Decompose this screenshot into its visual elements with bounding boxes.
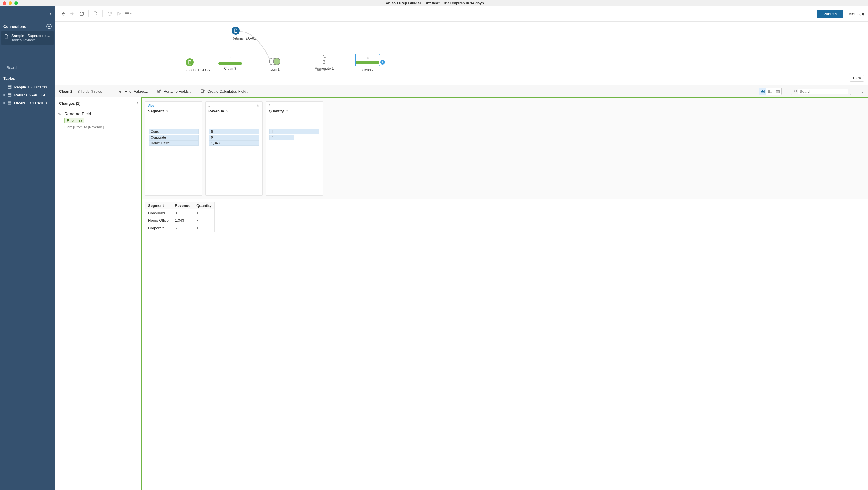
change-item[interactable]: ✎ Rename Field Revenue From [Profit] to …: [59, 111, 137, 129]
edit-icon: ✎: [58, 112, 61, 116]
svg-rect-1: [8, 86, 11, 88]
more-menu-icon[interactable]: ⌄: [861, 89, 864, 94]
profile-bin[interactable]: 5: [209, 129, 259, 134]
flow-node-label: Join 1: [269, 67, 281, 71]
profile-card[interactable]: #Quantity217: [266, 101, 323, 196]
connection-subtitle: Tableau extract: [11, 38, 51, 42]
step-search-input[interactable]: [798, 89, 848, 94]
profile-bin[interactable]: 1: [269, 129, 319, 134]
clean-step-selected: ✎: [355, 54, 380, 66]
tables-label: Tables: [0, 73, 55, 82]
cell: 1: [193, 224, 215, 232]
connection-item[interactable]: Sample - Superstore.... Tableau extract: [1, 31, 54, 45]
clean-step-icon: [218, 62, 242, 65]
flow-node-orders[interactable]: Orders_ECFCA...: [186, 58, 213, 72]
flow-node-clean2[interactable]: ✎ Clean 2 +: [355, 54, 380, 72]
field-name: Quantity: [269, 109, 284, 113]
collapse-changes-icon[interactable]: ‹: [137, 101, 138, 105]
distinct-count: 3: [226, 109, 228, 113]
change-tag: Revenue: [64, 118, 84, 123]
svg-rect-10: [763, 90, 764, 91]
table-icon: [7, 85, 12, 89]
svg-point-5: [94, 12, 96, 13]
close-window-icon[interactable]: [3, 1, 6, 5]
view-grid-icon[interactable]: [774, 88, 781, 95]
rename-fields-button[interactable]: Rename Fields...: [155, 88, 193, 95]
profile-card[interactable]: AbcSegment3ConsumerCorporateHome Office: [145, 101, 203, 196]
save-button[interactable]: [78, 10, 86, 18]
sidebar-search-input[interactable]: [5, 65, 55, 70]
flow-edge-curve: [239, 30, 273, 63]
toolbar: ▾ Publish Alerts (0): [55, 6, 868, 22]
publish-button[interactable]: Publish: [817, 10, 843, 18]
aggregate-icon: Aᵤ Σ: [315, 55, 334, 65]
table-row[interactable]: Home Office1,3437: [145, 217, 215, 224]
edit-field-icon[interactable]: ✎: [256, 104, 259, 108]
add-connection-icon[interactable]: [46, 24, 52, 29]
distinct-count: 3: [166, 109, 168, 113]
flow-canvas[interactable]: Returns_2AA0... Orders_ECFCA... ▿ Clean …: [55, 22, 868, 85]
add-step-icon[interactable]: +: [380, 60, 385, 65]
table-item[interactable]: Orders_ECFCA1FB69...: [2, 99, 53, 107]
data-grid: SegmentRevenueQuantityConsumer91Home Off…: [142, 199, 868, 235]
profile-bin[interactable]: 7: [269, 135, 294, 140]
rename-fields-label: Rename Fields...: [164, 89, 192, 94]
separator: [102, 10, 103, 18]
table-icon: [7, 93, 12, 97]
field-name: Segment: [148, 109, 164, 113]
profile-bin[interactable]: 1,343: [209, 140, 259, 146]
edit-icon: ✎: [367, 56, 369, 60]
create-calc-field-button[interactable]: Create Calculated Field...: [198, 88, 251, 95]
column-header[interactable]: Quantity: [193, 202, 215, 209]
datasource-icon: [186, 58, 194, 66]
alerts-button[interactable]: Alerts (0): [849, 12, 864, 16]
filter-values-button[interactable]: Filter Values...: [116, 88, 150, 95]
svg-rect-2: [8, 94, 11, 96]
minimize-window-icon[interactable]: [9, 1, 12, 5]
table-row[interactable]: Consumer91: [145, 209, 215, 217]
cell: Corporate: [145, 224, 172, 232]
profile-bin[interactable]: 9: [209, 135, 259, 140]
view-profile-icon[interactable]: [759, 88, 766, 95]
field-name: Revenue: [208, 109, 224, 113]
svg-rect-12: [768, 90, 772, 93]
window-title: Tableau Prep Builder - Untitled* - Trial…: [0, 1, 868, 5]
collapse-sidebar-icon[interactable]: ‹: [50, 11, 51, 17]
table-row[interactable]: Corporate51: [145, 224, 215, 232]
cell: 1: [193, 209, 215, 217]
zoom-level[interactable]: 100%: [850, 75, 864, 82]
view-list-icon[interactable]: [766, 88, 774, 95]
rename-icon: [157, 89, 161, 94]
forward-button: [68, 10, 76, 18]
step-search: [791, 88, 851, 95]
profile-bin[interactable]: Consumer: [149, 129, 198, 134]
datatype-icon: #: [208, 104, 259, 107]
cell: 7: [193, 217, 215, 224]
table-name: Orders_ECFCA1FB69...: [14, 101, 52, 105]
profile-card[interactable]: #Revenue3✎591,343: [205, 101, 262, 196]
profile-bin[interactable]: Home Office: [149, 140, 198, 146]
table-item[interactable]: People_D73023733B...: [2, 83, 53, 91]
flow-node-label: Orders_ECFCA...: [186, 68, 213, 72]
profile-bin[interactable]: Corporate: [149, 135, 198, 140]
svg-rect-11: [761, 92, 764, 93]
flow-node-aggregate1[interactable]: Aᵤ Σ Aggregate 1: [315, 55, 334, 71]
filter-icon: [118, 89, 122, 94]
back-button[interactable]: [59, 10, 67, 18]
zoom-window-icon[interactable]: [14, 1, 18, 5]
refresh-button: [105, 10, 114, 18]
column-header[interactable]: Revenue: [172, 202, 193, 209]
distinct-count: 2: [286, 109, 288, 113]
separator: [88, 10, 89, 18]
settings-dropdown[interactable]: ▾: [124, 10, 132, 18]
column-header[interactable]: Segment: [145, 202, 172, 209]
flow-node-label: Clean 3: [217, 67, 243, 71]
cell: Consumer: [145, 209, 172, 217]
create-calc-field-label: Create Calculated Field...: [207, 89, 249, 94]
connection-name: Sample - Superstore....: [11, 34, 51, 38]
flow-edge: [325, 62, 355, 62]
add-data-button[interactable]: [92, 10, 100, 18]
datasource-file-icon: [4, 34, 9, 39]
table-item[interactable]: Returns_2AA0FE4D7...: [2, 91, 53, 99]
svg-rect-13: [776, 90, 779, 93]
